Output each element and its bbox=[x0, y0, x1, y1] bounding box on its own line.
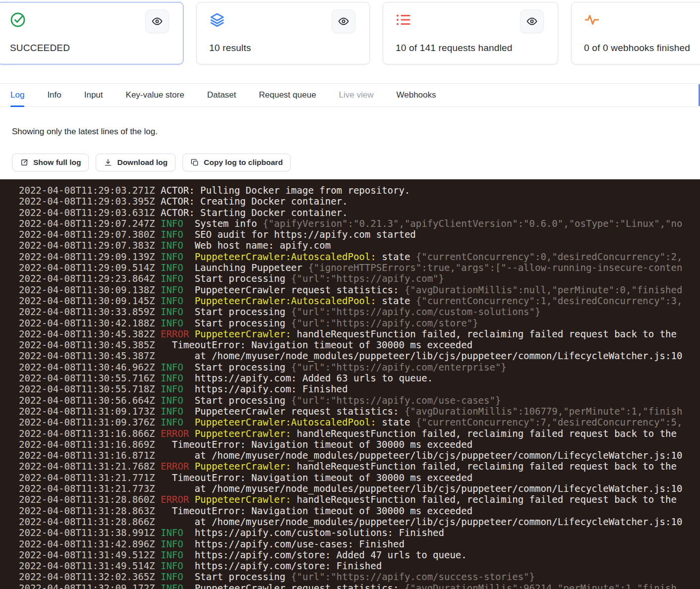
tab-input[interactable]: Input bbox=[84, 84, 103, 107]
log-line: 2022-04-08T11:30:55.716Z INFO https://ap… bbox=[19, 373, 700, 383]
log-line: 2022-04-08T11:29:09.514Z INFO Launching … bbox=[19, 262, 700, 273]
log-line: 2022-04-08T11:29:07.380Z INFO SEO audit … bbox=[19, 229, 700, 240]
log-line: 2022-04-08T11:31:49.514Z INFO https://ap… bbox=[19, 560, 700, 571]
copy-icon bbox=[190, 158, 199, 167]
stat-card-succeeded[interactable]: SUCCEEDED bbox=[0, 2, 183, 64]
download-icon bbox=[104, 158, 113, 167]
log-line: 2022-04-08T11:30:33.859Z INFO Start proc… bbox=[19, 306, 700, 317]
tab-key-value-store[interactable]: Key-value store bbox=[126, 84, 184, 107]
button-label: Download log bbox=[117, 158, 168, 167]
log-line: 2022-04-08T11:29:03.395Z ACTOR: Creating… bbox=[19, 196, 700, 207]
log-console[interactable]: 2022-04-08T11:29:03.271Z ACTOR: Pulling … bbox=[0, 179, 700, 589]
layers-icon bbox=[209, 11, 226, 28]
log-line: 2022-04-08T11:29:03.271Z ACTOR: Pulling … bbox=[19, 185, 700, 196]
check-circle-icon bbox=[9, 11, 26, 28]
download-log-button[interactable]: Download log bbox=[96, 154, 175, 171]
log-line: 2022-04-08T11:31:09.173Z INFO PuppeteerC… bbox=[19, 406, 700, 417]
preview-eye-button[interactable] bbox=[332, 9, 355, 33]
log-line: 2022-04-08T11:31:28.866Z at /home/myuser… bbox=[19, 516, 700, 527]
log-line: 2022-04-08T11:31:21.773Z at /home/myuser… bbox=[19, 483, 700, 494]
tab-live-view: Live view bbox=[339, 84, 374, 107]
stat-card-10-results[interactable]: 10 results bbox=[196, 2, 370, 64]
eye-icon bbox=[338, 15, 350, 27]
log-line: 2022-04-08T11:31:16.869Z TimeoutError: N… bbox=[19, 439, 700, 450]
log-line: 2022-04-08T11:30:45.387Z at /home/myuser… bbox=[19, 350, 700, 361]
stat-card-label: 0 of 0 webhooks finished bbox=[584, 43, 690, 54]
tab-webhooks[interactable]: Webhooks bbox=[397, 84, 436, 107]
log-line: 2022-04-08T11:31:21.768Z ERROR Puppeteer… bbox=[19, 461, 700, 472]
log-line: 2022-04-08T11:30:55.718Z INFO https://ap… bbox=[19, 383, 700, 394]
log-line: 2022-04-08T11:31:16.866Z ERROR Puppeteer… bbox=[19, 428, 700, 439]
log-line: 2022-04-08T11:30:42.188Z INFO Start proc… bbox=[19, 318, 700, 328]
log-line: 2022-04-08T11:29:23.864Z INFO Start proc… bbox=[19, 273, 700, 284]
preview-eye-button[interactable] bbox=[145, 9, 169, 33]
log-line: 2022-04-08T11:31:09.376Z INFO PuppeteerC… bbox=[19, 417, 700, 428]
tab-log[interactable]: Log bbox=[10, 84, 24, 107]
log-line: 2022-04-08T11:30:09.145Z INFO PuppeteerC… bbox=[19, 295, 700, 306]
stat-card-10-of-141-requests-handled[interactable]: 10 of 141 requests handled bbox=[383, 2, 558, 64]
run-stat-cards: SUCCEEDED10 results10 of 141 requests ha… bbox=[0, 2, 700, 64]
log-line: 2022-04-08T11:31:28.860Z ERROR Puppeteer… bbox=[19, 494, 700, 505]
preview-eye-button[interactable] bbox=[520, 9, 544, 33]
eye-icon bbox=[526, 15, 538, 27]
list-icon bbox=[395, 11, 412, 28]
stat-card-label: SUCCEEDED bbox=[10, 43, 70, 54]
run-tab-bar: LogInfoInputKey-value storeDatasetReques… bbox=[0, 83, 700, 107]
log-line: 2022-04-08T11:29:07.247Z INFO System inf… bbox=[19, 218, 700, 229]
stat-card-label: 10 results bbox=[209, 43, 251, 54]
log-line: 2022-04-08T11:31:38.991Z INFO https://ap… bbox=[19, 527, 700, 538]
copy-log-to-clipboard-button[interactable]: Copy log to clipboard bbox=[182, 154, 291, 171]
log-action-buttons: Show full logDownload logCopy log to cli… bbox=[12, 154, 291, 171]
button-label: Show full log bbox=[33, 158, 81, 167]
log-line: 2022-04-08T11:30:09.138Z INFO PuppeteerC… bbox=[19, 284, 700, 295]
log-line: 2022-04-08T11:29:07.383Z INFO Web host n… bbox=[19, 240, 700, 251]
log-line: 2022-04-08T11:30:45.382Z ERROR Puppeteer… bbox=[19, 328, 700, 339]
log-line: 2022-04-08T11:30:45.385Z TimeoutError: N… bbox=[19, 339, 700, 350]
external-link-icon bbox=[20, 158, 29, 167]
log-line: 2022-04-08T11:32:09.172Z INFO PuppeteerC… bbox=[19, 583, 700, 589]
log-line: 2022-04-08T11:32:02.365Z INFO Start proc… bbox=[19, 571, 700, 582]
activity-icon bbox=[583, 11, 600, 28]
log-line: 2022-04-08T11:29:03.631Z ACTOR: Starting… bbox=[19, 207, 700, 218]
tab-dataset[interactable]: Dataset bbox=[207, 84, 236, 107]
button-label: Copy log to clipboard bbox=[204, 158, 283, 167]
tab-request-queue[interactable]: Request queue bbox=[259, 84, 316, 107]
log-line: 2022-04-08T11:30:46.962Z INFO Start proc… bbox=[19, 362, 700, 373]
stat-card-0-of-0-webhooks-finished[interactable]: 0 of 0 webhooks finished bbox=[571, 2, 700, 64]
log-truncation-notice: Showing only the latest lines of the log… bbox=[12, 127, 158, 137]
stat-card-label: 10 of 141 requests handled bbox=[396, 43, 513, 54]
log-line: 2022-04-08T11:31:28.863Z TimeoutError: N… bbox=[19, 505, 700, 516]
log-line: 2022-04-08T11:31:16.871Z at /home/myuser… bbox=[19, 450, 700, 461]
log-line: 2022-04-08T11:31:49.512Z INFO https://ap… bbox=[19, 549, 700, 560]
log-line: 2022-04-08T11:31:21.771Z TimeoutError: N… bbox=[19, 472, 700, 483]
eye-icon bbox=[151, 15, 163, 27]
show-full-log-button[interactable]: Show full log bbox=[12, 154, 89, 171]
log-line: 2022-04-08T11:31:42.896Z INFO https://ap… bbox=[19, 538, 700, 549]
log-line: 2022-04-08T11:29:09.139Z INFO PuppeteerC… bbox=[19, 251, 700, 262]
tab-info[interactable]: Info bbox=[47, 84, 61, 107]
log-line: 2022-04-08T11:30:56.664Z INFO Start proc… bbox=[19, 395, 700, 406]
